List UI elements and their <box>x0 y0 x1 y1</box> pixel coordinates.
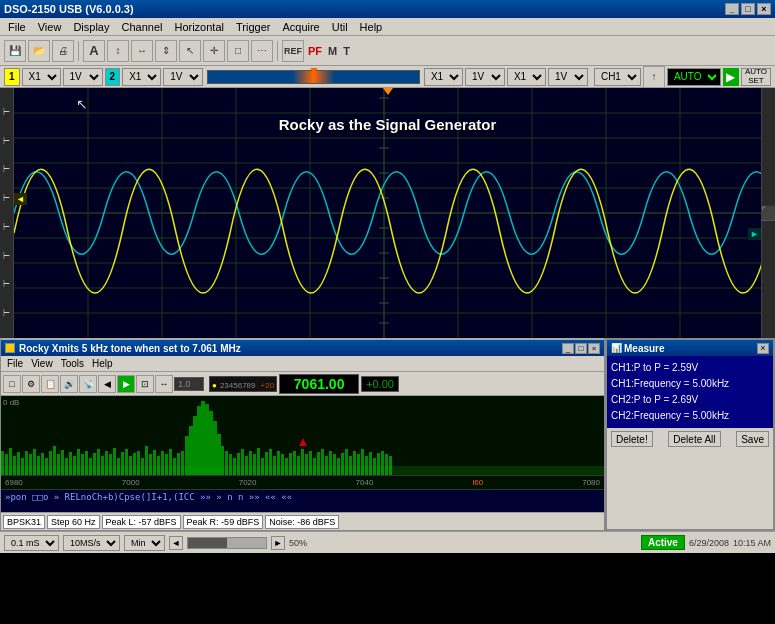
pf-label: PF <box>306 45 324 57</box>
ch1-coupling-select[interactable]: X1 <box>22 68 61 86</box>
ch3-coupling-select[interactable]: X1 <box>424 68 463 86</box>
save-icon[interactable]: 💾 <box>4 40 26 62</box>
cursor-tool1[interactable]: ↕ <box>107 40 129 62</box>
tool-5[interactable]: ⊢ <box>3 223 10 232</box>
menu-util[interactable]: Util <box>326 20 354 34</box>
svg-rect-59 <box>121 452 124 475</box>
text-tool[interactable]: A <box>83 40 105 62</box>
rocky-tb-6[interactable]: ◀ <box>98 375 116 393</box>
measure-delete-button[interactable]: Delete! <box>611 431 653 447</box>
date-display: 6/29/2008 <box>689 538 729 548</box>
svg-rect-29 <box>1 451 4 475</box>
horizontal-position-bar[interactable] <box>207 70 420 84</box>
tool-2[interactable]: ⊢ <box>3 137 10 146</box>
svg-rect-65 <box>145 446 148 475</box>
select-tool[interactable]: ↖ <box>179 40 201 62</box>
depth-select[interactable]: Min <box>124 535 165 551</box>
ch2-scale-select[interactable]: 1V <box>163 68 203 86</box>
ch4-scale-select[interactable]: 1V <box>548 68 588 86</box>
svg-rect-40 <box>45 458 48 475</box>
rocky-tb-4[interactable]: 🔊 <box>60 375 78 393</box>
ch2-level-marker[interactable]: ► <box>748 228 761 240</box>
svg-rect-52 <box>93 453 96 475</box>
run-button[interactable]: ▶ <box>723 68 739 86</box>
trigger-top-marker <box>383 88 393 95</box>
menu-display[interactable]: Display <box>67 20 115 34</box>
measure-close-button[interactable]: × <box>757 343 769 354</box>
svg-rect-81 <box>209 411 213 475</box>
rocky-tb-3[interactable]: 📋 <box>41 375 59 393</box>
rocky-maximize[interactable]: □ <box>575 343 587 354</box>
measure-body: CH1:P to P = 2.59V CH1:Frequency = 5.00k… <box>607 356 773 428</box>
ref-tool[interactable]: REF <box>282 40 304 62</box>
waterfall-text: »pon □□o » RELnoCh+b)Cpse(]I+1,(ICC »» »… <box>5 492 292 502</box>
ch3-scale-select[interactable]: 1V <box>465 68 505 86</box>
rocky-tb-8[interactable]: ⊡ <box>136 375 154 393</box>
rocky-menu-view[interactable]: View <box>27 358 57 369</box>
channel-source-select[interactable]: CH1 <box>594 68 641 86</box>
rocky-menu-file[interactable]: File <box>3 358 27 369</box>
measure-title-bar: 📊 Measure × <box>607 340 773 356</box>
menu-view[interactable]: View <box>32 20 68 34</box>
ch2-button[interactable]: 2 <box>105 68 121 86</box>
menu-horizontal[interactable]: Horizontal <box>168 20 230 34</box>
tool-8[interactable]: ⊢ <box>3 309 10 318</box>
menu-file[interactable]: File <box>2 20 32 34</box>
time-select[interactable]: 0.1 mS <box>4 535 59 551</box>
nav-left-button[interactable]: ◄ <box>169 536 183 550</box>
cursor-tool3[interactable]: ⇕ <box>155 40 177 62</box>
close-button[interactable]: × <box>757 3 771 15</box>
rocky-tb-2[interactable]: ⚙ <box>22 375 40 393</box>
svg-rect-47 <box>73 456 76 475</box>
rocky-tb-7[interactable]: ▶ <box>117 375 135 393</box>
rocky-minimize[interactable]: _ <box>562 343 574 354</box>
svg-rect-48 <box>77 449 80 475</box>
print-icon[interactable]: 🖨 <box>52 40 74 62</box>
menu-help[interactable]: Help <box>354 20 389 34</box>
minimize-button[interactable]: _ <box>725 3 739 15</box>
svg-rect-32 <box>13 456 16 475</box>
signal-text: Rocky as the Signal Generator <box>279 116 497 133</box>
rect-tool[interactable]: □ <box>227 40 249 62</box>
rocky-tb-5[interactable]: 📡 <box>79 375 97 393</box>
mode-select[interactable]: AUTO <box>667 68 721 86</box>
tool-7[interactable]: ⊢ <box>3 280 10 289</box>
tool-1[interactable]: ⊢ <box>3 108 10 117</box>
rocky-menu-help[interactable]: Help <box>88 358 117 369</box>
scroll-handle[interactable]: ⬛ <box>760 205 775 221</box>
sample-rate-select[interactable]: 10MS/s <box>63 535 120 551</box>
rocky-tb-9[interactable]: ↔ <box>155 375 173 393</box>
active-badge: Active <box>641 535 685 550</box>
svg-rect-92 <box>253 454 256 475</box>
ch1-level-marker[interactable]: ◄ <box>14 193 27 205</box>
nav-right-button[interactable]: ► <box>271 536 285 550</box>
tool-6[interactable]: ⊢ <box>3 252 10 261</box>
freq-label-2: 7000 <box>122 478 140 487</box>
measure-delete-all-button[interactable]: Delete All <box>668 431 720 447</box>
rocky-close[interactable]: × <box>588 343 600 354</box>
svg-rect-37 <box>33 449 36 475</box>
svg-rect-77 <box>193 416 197 475</box>
dots-tool[interactable]: ⋯ <box>251 40 273 62</box>
ch1-button[interactable]: 1 <box>4 68 20 86</box>
svg-rect-70 <box>165 454 168 475</box>
maximize-button[interactable]: □ <box>741 3 755 15</box>
probe-icon[interactable]: ↑ <box>643 66 665 88</box>
open-icon[interactable]: 📂 <box>28 40 50 62</box>
svg-rect-50 <box>85 451 88 475</box>
rocky-menu-tools[interactable]: Tools <box>57 358 88 369</box>
tool-4[interactable]: ⊢ <box>3 194 10 203</box>
menu-acquire[interactable]: Acquire <box>276 20 325 34</box>
menu-channel[interactable]: Channel <box>115 20 168 34</box>
autoset-button[interactable]: AUTOSET <box>741 68 771 86</box>
menu-trigger[interactable]: Trigger <box>230 20 276 34</box>
measure-save-button[interactable]: Save <box>736 431 769 447</box>
ch4-coupling-select[interactable]: X1 <box>507 68 546 86</box>
ch1-scale-select[interactable]: 1V <box>63 68 103 86</box>
cursor-tool2[interactable]: ↔ <box>131 40 153 62</box>
ch2-coupling-select[interactable]: X1 <box>122 68 161 86</box>
svg-rect-120 <box>365 456 368 475</box>
cross-tool[interactable]: ✛ <box>203 40 225 62</box>
tool-3[interactable]: ⊢ <box>3 165 10 174</box>
rocky-tb-1[interactable]: □ <box>3 375 21 393</box>
